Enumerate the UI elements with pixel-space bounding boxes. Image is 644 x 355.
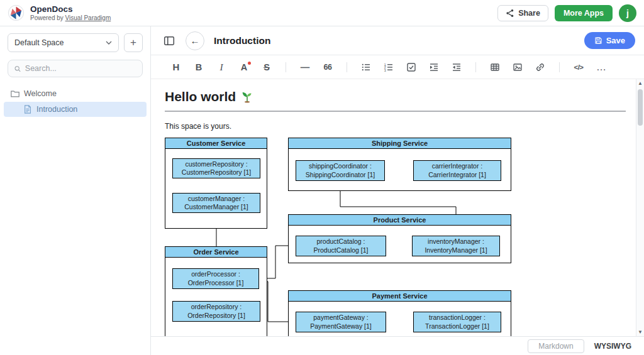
search-input[interactable] (25, 64, 136, 73)
toolbar-divider (347, 62, 347, 72)
scroll-up-arrow[interactable]: ▲ (636, 80, 644, 86)
space-selector-value: Default Space (14, 38, 64, 47)
service-customer-service[interactable]: Customer Service (165, 138, 267, 229)
member-type: InventoryManager [1] (425, 246, 487, 254)
more-button[interactable]: … (594, 60, 609, 75)
member-shippingCoordinator[interactable]: shippingCoordinator :ShippingCoordinator… (296, 160, 385, 181)
toolbar-divider (286, 62, 286, 72)
member-customerManager[interactable]: customerManager :CustomerManager [1] (172, 193, 260, 213)
member-name: orderProcessor : (191, 270, 240, 278)
member-paymentGateway[interactable]: paymentGateway :PaymentGateway [1] (296, 312, 386, 332)
member-name: productCatalog : (316, 238, 365, 246)
member-customerRepository[interactable]: customerRepository :CustomerRepository [… (172, 158, 260, 178)
page-title: Introduction (214, 35, 270, 46)
color-indicator-dot (248, 62, 251, 65)
member-productCatalog[interactable]: productCatalog :ProductCatalog [1] (296, 236, 386, 256)
member-transactionLogger[interactable]: transactionLogger :TransactionLogger [1] (413, 312, 501, 332)
search-box[interactable] (8, 60, 143, 77)
indent-button[interactable] (426, 60, 441, 75)
back-arrow-icon: ← (191, 35, 200, 46)
image-icon (513, 62, 523, 72)
member-name: shippingCoordinator : (309, 162, 372, 170)
toggle-sidebar-button[interactable] (160, 31, 179, 50)
ordered-list-icon: 123 (384, 62, 394, 72)
image-button[interactable] (510, 60, 525, 75)
indent-icon (429, 62, 439, 72)
service-title: Customer Service (165, 138, 267, 149)
markdown-mode-button[interactable]: Markdown (528, 339, 584, 353)
member-name: customerRepository : (185, 160, 247, 168)
wysiwyg-mode-button[interactable]: WYSIWYG (594, 342, 631, 351)
ordered-list-button[interactable]: 123 (381, 60, 396, 75)
uml-diagram[interactable]: Customer ServiceShipping ServiceProduct … (165, 138, 513, 336)
link-button[interactable] (533, 60, 548, 75)
bullet-list-button[interactable] (358, 60, 374, 75)
doc-heading: Hello world (165, 89, 621, 104)
avatar[interactable]: j (619, 4, 636, 22)
service-title: Product Service (289, 215, 511, 226)
document-icon (23, 104, 33, 114)
member-type: CustomerRepository [1] (182, 168, 251, 177)
outdent-button[interactable] (449, 60, 464, 75)
member-carrierIntegrator[interactable]: carrierIntegrator :CarrierIntegrator [1] (413, 160, 501, 181)
font-color-button[interactable]: A (236, 60, 252, 75)
chevron-down-icon (106, 41, 112, 45)
main-panel: ← Introduction Save HBIAS—66123</>… Hell… (151, 26, 644, 355)
member-inventoryManager[interactable]: inventoryManager :InventoryManager [1] (412, 236, 500, 256)
blockquote-button[interactable]: 66 (320, 60, 335, 75)
visual-paradigm-link[interactable]: Visual Paradigm (65, 14, 111, 21)
member-type: OrderRepository [1] (187, 312, 245, 320)
save-label: Save (606, 36, 625, 45)
back-button[interactable]: ← (186, 31, 204, 50)
member-orderRepository[interactable]: orderRepository :OrderRepository [1] (172, 301, 260, 322)
member-type: TransactionLogger [1] (425, 322, 489, 330)
tree-item-label: Introduction (36, 105, 77, 114)
opendocs-logo-icon (8, 4, 25, 21)
intro-text: This space is yours. (165, 122, 621, 131)
heading-button[interactable]: H (169, 60, 184, 75)
app-name: OpenDocs (30, 4, 111, 14)
task-list-button[interactable] (404, 60, 419, 75)
member-name: customerManager : (188, 195, 245, 203)
member-type: CustomerManager [1] (184, 203, 248, 211)
vertical-scrollbar[interactable]: ▲ ▼ (636, 79, 644, 336)
space-selector[interactable]: Default Space (8, 33, 119, 52)
service-order-service[interactable]: Order Service (165, 246, 267, 336)
powered-by: Powered by Visual Paradigm (30, 14, 111, 22)
svg-text:3: 3 (384, 68, 386, 72)
member-type: CarrierIntegrator [1] (428, 171, 486, 179)
app-header: OpenDocs Powered by Visual Paradigm Shar… (0, 0, 644, 26)
add-page-button[interactable]: + (124, 33, 143, 52)
horizontal-rule-button[interactable]: — (297, 60, 313, 75)
member-orderProcessor[interactable]: orderProcessor :OrderProcessor [1] (172, 268, 259, 289)
seedling-icon (241, 90, 253, 103)
scroll-down-arrow[interactable]: ▼ (636, 329, 644, 335)
save-button[interactable]: Save (584, 32, 635, 49)
member-type: ProductCatalog [1] (314, 246, 369, 254)
powered-by-prefix: Powered by (30, 14, 64, 21)
sidebar-item-welcome[interactable]: Welcome (4, 86, 147, 101)
scrollbar-thumb[interactable] (638, 89, 643, 126)
sidebar-item-introduction[interactable]: Introduction (4, 102, 147, 117)
strikethrough-button[interactable]: S (259, 60, 274, 75)
member-type: ShippingCoordinator [1] (306, 171, 375, 179)
service-title: Payment Service (289, 291, 511, 302)
code-button[interactable]: </> (571, 60, 586, 75)
table-icon (490, 62, 500, 72)
task-list-icon (406, 62, 416, 72)
member-name: carrierIntegrator : (432, 162, 483, 170)
editor-content[interactable]: Hello world This space is yours. Custome… (151, 79, 644, 336)
more-apps-button[interactable]: More Apps (555, 5, 613, 21)
bullet-list-icon (361, 62, 371, 72)
format-toolbar: HBIAS—66123</>… (151, 55, 644, 79)
save-icon (594, 36, 602, 45)
italic-button[interactable]: I (214, 60, 229, 75)
toolbar-divider (559, 62, 560, 72)
service-title: Order Service (165, 247, 267, 258)
outdent-icon (452, 62, 462, 72)
table-button[interactable] (487, 60, 502, 75)
bold-button[interactable]: B (191, 60, 206, 75)
share-label: Share (518, 9, 540, 18)
share-button[interactable]: Share (497, 5, 548, 21)
member-name: orderRepository : (191, 303, 242, 311)
